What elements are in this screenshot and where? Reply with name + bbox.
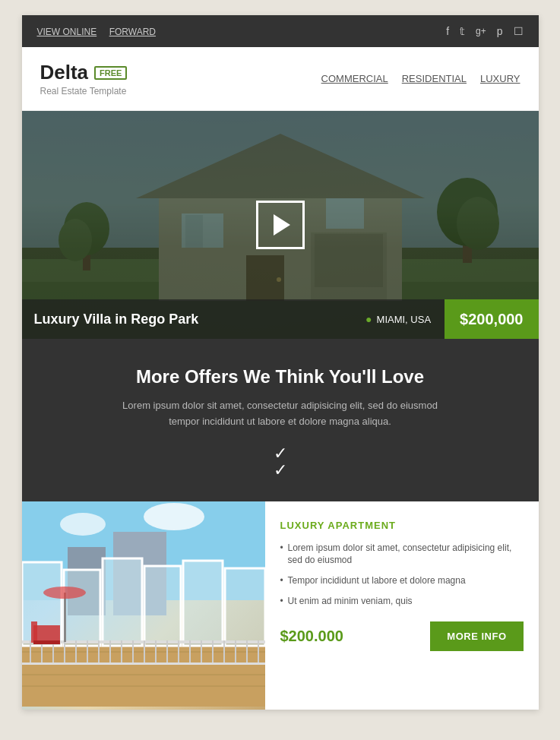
apartment-illustration bbox=[22, 501, 265, 707]
svg-rect-50 bbox=[189, 640, 191, 663]
hero-location-text: MIAMI, USA bbox=[377, 314, 432, 325]
svg-rect-57 bbox=[22, 663, 265, 665]
listing-content: LUXURY APARTMENT Lorem ipsum dolor sit a… bbox=[265, 501, 539, 710]
nav-luxury[interactable]: LUXURY bbox=[480, 73, 520, 84]
play-triangle-icon bbox=[274, 214, 290, 236]
svg-rect-39 bbox=[64, 640, 65, 663]
svg-rect-45 bbox=[132, 640, 134, 663]
svg-rect-46 bbox=[144, 640, 145, 663]
play-button[interactable] bbox=[256, 201, 305, 249]
svg-rect-48 bbox=[166, 640, 168, 663]
svg-rect-42 bbox=[98, 640, 100, 663]
offers-description: Lorem ipsum dolor sit amet, consectetur … bbox=[121, 398, 440, 430]
email-wrapper: VIEW ONLINE FORWARD f 𝕥 g+ p ☐ Delta FRE… bbox=[22, 15, 539, 710]
free-badge: FREE bbox=[94, 66, 127, 80]
logo-subtitle: Real Estate Template bbox=[40, 86, 128, 96]
twitter-icon[interactable]: 𝕥 bbox=[460, 25, 465, 37]
svg-point-22 bbox=[144, 503, 204, 530]
svg-rect-31 bbox=[103, 558, 142, 646]
svg-rect-49 bbox=[178, 640, 179, 663]
listing-price: $200.000 bbox=[280, 628, 343, 645]
view-online-link[interactable]: VIEW ONLINE bbox=[37, 27, 97, 37]
svg-rect-47 bbox=[155, 640, 157, 663]
logo-name: Delta bbox=[40, 61, 89, 84]
instagram-icon[interactable]: ☐ bbox=[514, 25, 524, 37]
listing-section: LUXURY APARTMENT Lorem ipsum dolor sit a… bbox=[22, 501, 539, 710]
svg-rect-32 bbox=[144, 566, 181, 646]
top-bar-links: VIEW ONLINE FORWARD bbox=[37, 24, 165, 38]
svg-rect-44 bbox=[121, 640, 122, 663]
svg-rect-59 bbox=[31, 621, 37, 643]
svg-rect-36 bbox=[30, 640, 31, 663]
logo-title: Delta FREE bbox=[40, 61, 128, 84]
svg-rect-56 bbox=[258, 640, 259, 663]
svg-rect-61 bbox=[64, 593, 66, 642]
googleplus-icon[interactable]: g+ bbox=[476, 26, 486, 36]
hero-property-title: Luxury Villa in Rego Park bbox=[34, 311, 199, 327]
social-icons: f 𝕥 g+ p ☐ bbox=[446, 25, 523, 37]
nav-links: COMMERCIAL RESIDENTIAL LUXURY bbox=[321, 73, 520, 84]
listing-bullet-1: Lorem ipsum dolor sit amet, consectetur … bbox=[280, 542, 524, 568]
listing-bullets: Lorem ipsum dolor sit amet, consectetur … bbox=[280, 542, 524, 608]
svg-rect-58 bbox=[33, 625, 60, 642]
pinterest-icon[interactable]: p bbox=[497, 25, 503, 37]
location-pin-icon: ● bbox=[365, 313, 372, 325]
facebook-icon[interactable]: f bbox=[446, 25, 449, 37]
svg-rect-60 bbox=[33, 640, 60, 644]
listing-category: LUXURY APARTMENT bbox=[280, 520, 524, 531]
header: Delta FREE Real Estate Template COMMERCI… bbox=[22, 47, 539, 111]
svg-rect-51 bbox=[201, 640, 202, 663]
play-button-wrapper bbox=[256, 201, 305, 249]
nav-commercial[interactable]: COMMERCIAL bbox=[321, 73, 388, 84]
logo-area: Delta FREE Real Estate Template bbox=[40, 61, 128, 96]
offers-heading: More Offers We Think You'll Love bbox=[40, 366, 520, 387]
hero-bottom-bar: Luxury Villa in Rego Park ● MIAMI, USA $… bbox=[22, 299, 539, 339]
hero-title-area: Luxury Villa in Rego Park bbox=[22, 299, 353, 339]
top-bar: VIEW ONLINE FORWARD f 𝕥 g+ p ☐ bbox=[22, 15, 539, 47]
svg-point-21 bbox=[60, 513, 106, 536]
svg-rect-53 bbox=[223, 640, 225, 663]
svg-rect-41 bbox=[87, 640, 88, 663]
listing-bullet-2: Tempor incididunt ut labore et dolore ma… bbox=[280, 574, 524, 587]
chevron-down-icon[interactable]: ✓✓ bbox=[274, 445, 287, 479]
svg-rect-54 bbox=[235, 640, 236, 663]
svg-point-62 bbox=[43, 587, 86, 599]
offers-section: More Offers We Think You'll Love Lorem i… bbox=[22, 339, 539, 501]
svg-rect-33 bbox=[183, 561, 223, 646]
svg-rect-55 bbox=[246, 640, 248, 663]
svg-rect-52 bbox=[212, 640, 214, 663]
svg-rect-30 bbox=[64, 570, 100, 646]
listing-bullet-3: Ut enim ad minim veniam, quis bbox=[280, 595, 524, 608]
svg-rect-43 bbox=[109, 640, 111, 663]
listing-bottom: $200.000 MORE INFO bbox=[280, 621, 524, 651]
hero-price: $200,000 bbox=[445, 299, 538, 339]
nav-residential[interactable]: RESIDENTIAL bbox=[402, 73, 467, 84]
hero-section: Luxury Villa in Rego Park ● MIAMI, USA $… bbox=[22, 111, 539, 339]
svg-rect-34 bbox=[225, 568, 265, 646]
svg-rect-40 bbox=[75, 640, 77, 663]
forward-link[interactable]: FORWARD bbox=[109, 27, 156, 37]
hero-location: ● MIAMI, USA bbox=[352, 299, 445, 339]
listing-image bbox=[22, 501, 265, 710]
more-info-button[interactable]: MORE INFO bbox=[430, 621, 523, 651]
